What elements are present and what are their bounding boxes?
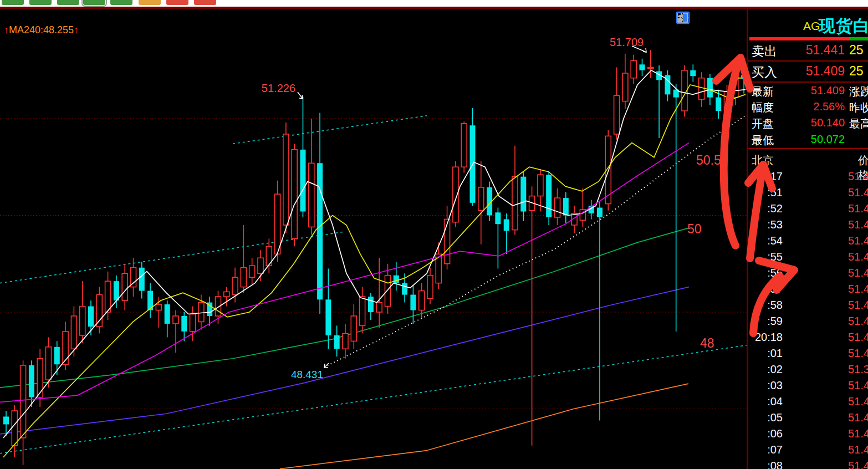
candle-body-up <box>37 359 43 397</box>
ma-yellow <box>3 85 746 457</box>
candle-body-up <box>224 292 229 297</box>
candle-body-up <box>724 91 730 111</box>
candle-body-down <box>368 297 374 312</box>
ma-orange-line <box>280 384 688 469</box>
toolbar-button-3[interactable] <box>83 0 105 5</box>
candle-body-up <box>232 277 238 294</box>
ma-magenta <box>0 143 689 402</box>
separator <box>748 60 868 62</box>
tick-price: 51.4 <box>848 265 868 281</box>
candle-body-down <box>54 347 60 364</box>
panel-layout-icon[interactable] <box>731 12 744 25</box>
tick-time: :59 <box>748 313 783 329</box>
tick-price: 51.3 <box>848 361 868 378</box>
tick-time: :58 <box>748 297 783 313</box>
tick-price: 51.4 <box>848 329 868 345</box>
candle-body-down <box>114 281 119 300</box>
tick-row: :5451.4 <box>748 233 868 249</box>
tick-price: 51.4 <box>848 442 868 458</box>
toolbar-button-7[interactable] <box>194 0 216 5</box>
tick-row: :0851.4 <box>748 458 868 469</box>
candle-body-up <box>309 163 314 227</box>
annotation-trend-start: 48.431 <box>291 369 323 380</box>
candle-body-up <box>122 273 127 300</box>
tick-time: :05 <box>748 410 783 426</box>
candle-body-up <box>105 281 111 312</box>
tick-row: :0651.4 <box>748 426 868 442</box>
tick-row: 20:1851.4 <box>748 329 868 345</box>
tick-row: :0351.4 <box>748 378 868 394</box>
candle-body-down <box>563 198 569 215</box>
tick-time: :04 <box>748 394 783 410</box>
toolbar-button-2[interactable] <box>57 0 79 5</box>
quote-extra: 涨跌 <box>849 84 868 99</box>
tick-row: :5351.4 <box>748 217 868 233</box>
candle-body-down <box>410 295 416 310</box>
candle-body-down <box>520 177 526 212</box>
candle-body-up <box>351 316 356 341</box>
candle-body-down <box>3 416 9 424</box>
channel-mid-line <box>0 232 344 283</box>
tick-list-header: 北京 价格 <box>748 153 868 167</box>
candle-body-up <box>21 365 26 438</box>
candle-body-up <box>376 303 382 312</box>
divider <box>747 8 748 469</box>
tick-time: :06 <box>748 426 783 442</box>
tick-price: 51.4 <box>848 410 868 426</box>
candle-body-up <box>258 258 263 273</box>
tick-price: 51.4 <box>848 313 868 329</box>
tick-price: 51.4 <box>848 249 868 265</box>
toolbar-button-0[interactable] <box>2 0 24 5</box>
tick-price: 51.4 <box>848 169 868 185</box>
tick-price: 51.4 <box>848 394 868 410</box>
tick-price: 51.4 <box>848 345 868 361</box>
pencil-icon[interactable] <box>694 12 707 25</box>
candle-body-down <box>181 316 187 332</box>
tick-time: :57 <box>748 281 783 297</box>
tick-price: 51.4 <box>848 217 868 233</box>
grid-icon[interactable] <box>712 12 726 25</box>
tick-time: :01 <box>748 345 783 361</box>
candle-body-up <box>622 73 628 101</box>
tick-row: :1751.4 <box>748 169 868 185</box>
candle-body-up <box>419 291 425 310</box>
tick-row: :0751.4 <box>748 442 868 458</box>
candle-body-up <box>385 276 391 307</box>
toolbar-button-1[interactable] <box>29 0 52 5</box>
candle-body-up <box>478 187 484 211</box>
candle-body-down <box>165 304 170 324</box>
toolbar-button-4[interactable] <box>110 0 132 5</box>
buy-sell-ratio-bar <box>749 37 868 40</box>
tick-row: :0151.4 <box>748 345 868 361</box>
candle-body-up <box>190 314 196 331</box>
quote-value: 50.140 <box>752 116 845 129</box>
candle-body-up <box>614 95 620 134</box>
quote-extra: 25 <box>849 43 864 58</box>
candle-body-down <box>88 307 94 327</box>
candle-body-down <box>546 175 552 217</box>
chart-canvas[interactable]: 51.22651.70948.43150.55048 <box>0 0 747 469</box>
candle-body-up <box>648 68 653 69</box>
candle-body-down <box>29 365 34 397</box>
tick-row: :5551.4 <box>748 249 868 265</box>
quote-extra: 25 <box>849 64 864 79</box>
candle-body-up <box>360 297 365 325</box>
tick-time: :17 <box>748 169 783 185</box>
chart-icon-bar <box>676 11 744 26</box>
candle-body-up <box>343 333 348 349</box>
toolbar-button-6[interactable] <box>166 0 188 5</box>
candle-body-up <box>275 194 280 254</box>
candle-body-down <box>317 163 323 299</box>
tick-price: 51.4 <box>848 281 868 297</box>
tick-time: :52 <box>748 201 783 217</box>
annotation-spike-high-2: 51.709 <box>610 36 644 48</box>
instrument-code: AG <box>803 19 820 33</box>
quote-extra: 最高 <box>849 116 868 131</box>
toolbar-button-5[interactable] <box>139 0 161 5</box>
candle-body-up <box>198 303 204 322</box>
candlestick-chart[interactable]: 51.22651.70948.43150.55048 <box>0 0 747 469</box>
candle-body-up <box>283 134 289 225</box>
tick-row: :5151.4 <box>748 185 868 201</box>
tick-price: 51.4 <box>848 297 868 313</box>
candle-body-down <box>707 78 713 98</box>
